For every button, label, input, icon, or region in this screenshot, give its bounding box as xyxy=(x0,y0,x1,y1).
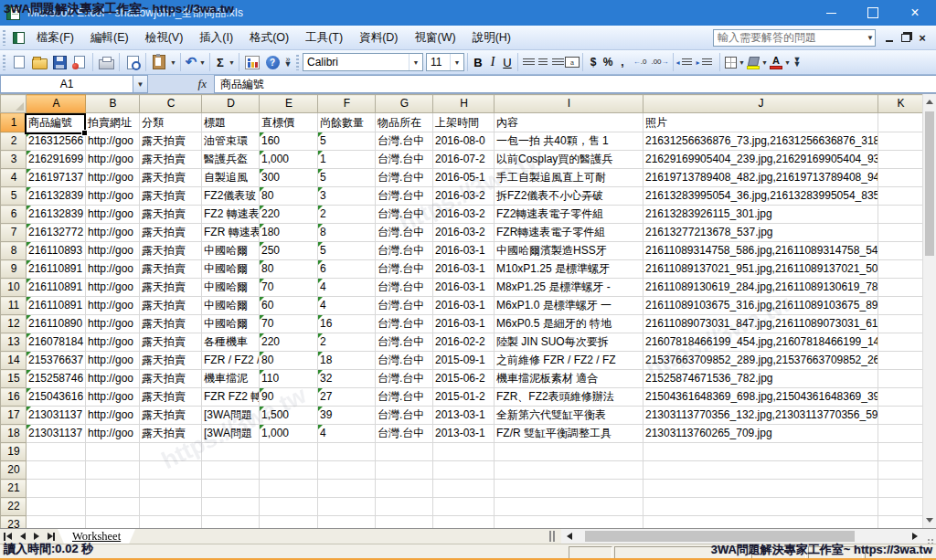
name-box-dropdown[interactable]: ▼ xyxy=(133,75,148,93)
cell-G9[interactable]: 台灣.台中 xyxy=(376,260,433,279)
cell-F3[interactable]: 1 xyxy=(318,151,376,169)
cell-D7[interactable]: FZR 轉速表 xyxy=(202,224,260,242)
row-header-15[interactable]: 15 xyxy=(1,370,27,388)
cell-C13[interactable]: 露天拍賣 xyxy=(140,333,202,352)
cell-K14[interactable] xyxy=(878,352,923,370)
cell-B15[interactable]: http://goo xyxy=(86,370,140,388)
cell-A22[interactable] xyxy=(27,498,86,516)
cell-K10[interactable] xyxy=(878,279,923,297)
cell-K9[interactable] xyxy=(878,260,923,279)
sheet-tab-worksheet[interactable]: Worksheet xyxy=(58,529,135,544)
cell-B18[interactable]: http://goo xyxy=(86,425,140,443)
cell-D21[interactable] xyxy=(202,480,260,498)
cell-D11[interactable]: 中國哈爾 xyxy=(202,297,260,315)
row-header-1[interactable]: 1 xyxy=(1,113,27,132)
cell-G7[interactable]: 台灣.台中 xyxy=(376,224,433,242)
cell-D15[interactable]: 機車擋泥 xyxy=(202,370,260,388)
cell-H3[interactable]: 2016-07-2 xyxy=(433,151,495,169)
cell-B8[interactable]: http://goo xyxy=(86,242,140,260)
cell-B12[interactable]: http://goo xyxy=(86,315,140,333)
cell-A4[interactable]: 216197137 xyxy=(27,169,86,187)
cell-K8[interactable] xyxy=(878,242,923,260)
cell-K16[interactable] xyxy=(878,388,923,407)
cell-E13[interactable]: 220 xyxy=(260,333,318,352)
formatting-toolbar-grip[interactable] xyxy=(296,55,299,70)
cell-J6[interactable]: 21613283926115_301.jpg xyxy=(644,206,878,224)
cell-B22[interactable] xyxy=(86,498,140,516)
font-name-combo[interactable]: Calibri ▼ xyxy=(303,53,423,71)
undo-dropdown[interactable]: ▼ xyxy=(198,59,207,66)
cell-D16[interactable]: FZR FZ2 轉 xyxy=(202,388,260,407)
cell-K19[interactable] xyxy=(878,443,923,461)
row-header-20[interactable]: 20 xyxy=(1,461,27,480)
vertical-scroll-thumb[interactable] xyxy=(925,111,934,256)
close-button[interactable]: × xyxy=(894,0,936,26)
cell-F19[interactable] xyxy=(318,443,376,461)
cell-K22[interactable] xyxy=(878,498,923,516)
column-header-H[interactable]: H xyxy=(433,95,495,113)
cell-G3[interactable]: 台灣.台中 xyxy=(376,151,433,169)
cell-J15[interactable]: 21525874671536_782.jpg xyxy=(644,370,878,388)
cell-J8[interactable]: 21611089314758_586.jpg,21611089314758_54… xyxy=(644,242,878,260)
cell-I20[interactable] xyxy=(495,461,644,480)
cell-D18[interactable]: [3WA問題 xyxy=(202,425,260,443)
cell-E8[interactable]: 250 xyxy=(260,242,318,260)
cell-H7[interactable]: 2016-03-2 xyxy=(433,224,495,242)
cell-E22[interactable] xyxy=(260,498,318,516)
cell-K21[interactable] xyxy=(878,480,923,498)
vertical-scrollbar[interactable] xyxy=(922,94,936,528)
cell-I4[interactable]: 手工自製追風直上可耐 xyxy=(495,169,644,187)
print-button[interactable] xyxy=(96,52,116,72)
cell-G19[interactable] xyxy=(376,443,433,461)
cell-C2[interactable]: 露天拍賣 xyxy=(140,132,202,151)
cell-J14[interactable]: 21537663709852_289.jpg,21537663709852_26… xyxy=(644,352,878,370)
scroll-right-button[interactable] xyxy=(907,529,922,544)
cell-H5[interactable]: 2016-03-2 xyxy=(433,187,495,206)
cell-F14[interactable]: 18 xyxy=(318,352,376,370)
cell-I3[interactable]: 以前Cosplay買的醫護兵 xyxy=(495,151,644,169)
cell-F1[interactable]: 尚餘數量 xyxy=(318,113,376,132)
cell-I6[interactable]: FZ2轉速表電子零件組 xyxy=(495,206,644,224)
cell-I16[interactable]: FZR、FZ2表頭維修辦法 xyxy=(495,388,644,407)
row-header-8[interactable]: 8 xyxy=(1,242,27,260)
cell-B14[interactable]: http://goo xyxy=(86,352,140,370)
cell-F6[interactable]: 2 xyxy=(318,206,376,224)
cell-D8[interactable]: 中國哈爾 xyxy=(202,242,260,260)
cell-H13[interactable]: 2016-02-2 xyxy=(433,333,495,352)
cell-J5[interactable]: 21613283995054_36.jpg,21613283995054_835… xyxy=(644,187,878,206)
menu-view[interactable]: 檢視(V) xyxy=(137,26,192,49)
cell-I14[interactable]: 之前維修 FZR / FZ2 / FZ xyxy=(495,352,644,370)
cell-A14[interactable]: 215376637 xyxy=(27,352,86,370)
cell-E20[interactable] xyxy=(260,461,318,480)
row-header-3[interactable]: 3 xyxy=(1,151,27,169)
cell-C8[interactable]: 露天拍賣 xyxy=(140,242,202,260)
cell-F22[interactable] xyxy=(318,498,376,516)
menu-help[interactable]: 說明(H) xyxy=(464,26,519,49)
cell-G14[interactable]: 台灣.台中 xyxy=(376,352,433,370)
cell-E12[interactable]: 70 xyxy=(260,315,318,333)
save-button[interactable] xyxy=(49,52,69,72)
cell-K17[interactable] xyxy=(878,407,923,425)
menu-data[interactable]: 資料(D) xyxy=(351,26,406,49)
cell-J23[interactable] xyxy=(644,516,878,529)
decrease-indent-button[interactable]: ◂ xyxy=(676,52,697,72)
workbook-close-button[interactable]: × xyxy=(914,30,931,45)
cell-E6[interactable]: 220 xyxy=(260,206,318,224)
cell-F7[interactable]: 8 xyxy=(318,224,376,242)
cell-D6[interactable]: FZ2 轉速表 xyxy=(202,206,260,224)
cell-K18[interactable] xyxy=(878,425,923,443)
cell-G13[interactable]: 台灣.台中 xyxy=(376,333,433,352)
row-header-7[interactable]: 7 xyxy=(1,224,27,242)
underline-button[interactable]: U xyxy=(500,52,515,72)
cell-F2[interactable]: 5 xyxy=(318,132,376,151)
cell-D23[interactable] xyxy=(202,516,260,529)
cell-K2[interactable] xyxy=(878,132,923,151)
cell-A13[interactable]: 216078184 xyxy=(27,333,86,352)
cell-G16[interactable]: 台灣.台中 xyxy=(376,388,433,407)
cell-C9[interactable]: 露天拍賣 xyxy=(140,260,202,279)
maximize-button[interactable] xyxy=(852,0,894,26)
cell-A23[interactable] xyxy=(27,516,86,529)
autosum-button[interactable]: Σ xyxy=(213,52,228,72)
menu-edit[interactable]: 編輯(E) xyxy=(82,26,137,49)
cell-J9[interactable]: 21611089137021_951.jpg,21611089137021_50… xyxy=(644,260,878,279)
